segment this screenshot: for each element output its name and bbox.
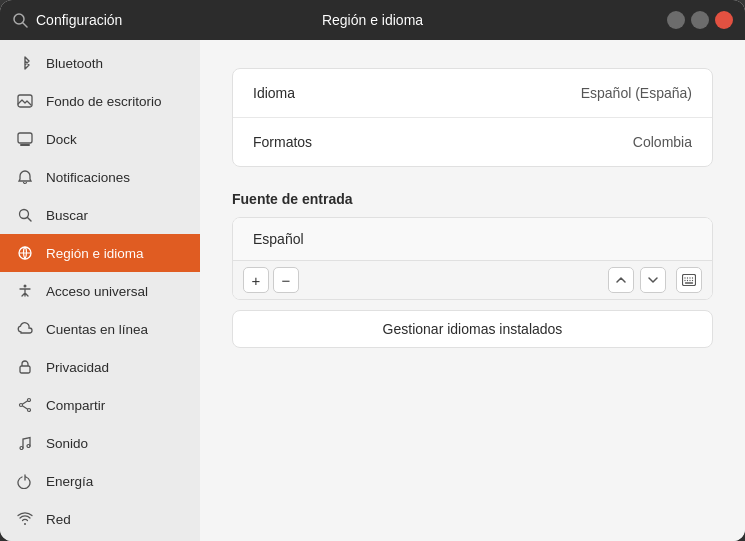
svg-rect-3: [18, 133, 32, 143]
power-icon: [16, 472, 34, 490]
svg-point-15: [20, 447, 23, 450]
move-up-button[interactable]: [608, 267, 634, 293]
dock-icon: [16, 130, 34, 148]
language-label: Idioma: [253, 85, 295, 101]
sidebar: Bluetooth Fondo de escritorio: [0, 40, 200, 541]
svg-line-6: [28, 218, 32, 222]
svg-point-12: [20, 404, 23, 407]
window: Configuración Región e idioma − □ ✕ Blue…: [0, 0, 745, 541]
sidebar-label-search: Buscar: [46, 208, 184, 223]
titlebar: Configuración Región e idioma − □ ✕: [0, 0, 745, 40]
search-sidebar-icon: [16, 206, 34, 224]
sidebar-item-privacy[interactable]: Privacidad: [0, 348, 200, 386]
globe-icon: [16, 244, 34, 262]
main-panel: Idioma Español (España) Formatos Colombi…: [200, 40, 745, 541]
cloud-icon: [16, 320, 34, 338]
sidebar-item-notifications[interactable]: Notificaciones: [0, 158, 200, 196]
add-input-source-button[interactable]: +: [243, 267, 269, 293]
sidebar-item-dock[interactable]: Dock: [0, 120, 200, 158]
sidebar-label-accessibility: Acceso universal: [46, 284, 184, 299]
accessibility-icon: [16, 282, 34, 300]
sidebar-label-online: Cuentas en línea: [46, 322, 184, 337]
sidebar-label-bluetooth: Bluetooth: [46, 56, 184, 71]
music-icon: [16, 434, 34, 452]
svg-rect-2: [18, 95, 32, 107]
sidebar-label-sound: Sonido: [46, 436, 184, 451]
bell-icon: [16, 168, 34, 186]
titlebar-section-title: Región e idioma: [322, 12, 423, 28]
language-value: Español (España): [581, 85, 692, 101]
titlebar-left: Configuración: [12, 12, 122, 28]
language-formats-card: Idioma Español (España) Formatos Colombi…: [232, 68, 713, 167]
sidebar-label-wallpaper: Fondo de escritorio: [46, 94, 184, 109]
titlebar-app-title: Configuración: [36, 12, 122, 28]
sidebar-label-network: Red: [46, 512, 184, 527]
svg-rect-26: [683, 275, 696, 286]
svg-line-14: [22, 406, 27, 409]
sidebar-label-power: Energía: [46, 474, 184, 489]
svg-line-1: [23, 23, 27, 27]
input-source-toolbar: + −: [233, 260, 712, 299]
input-section-title: Fuente de entrada: [232, 191, 713, 207]
minimize-button[interactable]: −: [667, 11, 685, 29]
chevron-up-icon: [615, 274, 627, 286]
wallpaper-icon: [16, 92, 34, 110]
content: Bluetooth Fondo de escritorio: [0, 40, 745, 541]
sidebar-label-sharing: Compartir: [46, 398, 184, 413]
svg-point-16: [27, 445, 30, 448]
sidebar-item-region[interactable]: Región e idioma: [0, 234, 200, 272]
formats-value: Colombia: [633, 134, 692, 150]
maximize-button[interactable]: □: [691, 11, 709, 29]
move-down-button[interactable]: [640, 267, 666, 293]
language-row[interactable]: Idioma Español (España): [233, 69, 712, 118]
chevron-down-icon: [647, 274, 659, 286]
sidebar-item-bluetooth[interactable]: Bluetooth: [0, 44, 200, 82]
sidebar-item-search[interactable]: Buscar: [0, 196, 200, 234]
sidebar-item-network[interactable]: Red: [0, 500, 200, 538]
svg-point-8: [24, 285, 27, 288]
sidebar-item-sound[interactable]: Sonido: [0, 424, 200, 462]
formats-row[interactable]: Formatos Colombia: [233, 118, 712, 166]
network-icon: [16, 510, 34, 528]
sidebar-label-dock: Dock: [46, 132, 184, 147]
keyboard-icon: [682, 274, 696, 286]
svg-line-13: [22, 401, 27, 404]
keyboard-settings-button[interactable]: [676, 267, 702, 293]
bluetooth-icon: [16, 54, 34, 72]
close-button[interactable]: ✕: [715, 11, 733, 29]
svg-rect-4: [20, 144, 30, 146]
search-icon[interactable]: [12, 12, 28, 28]
titlebar-controls: − □ ✕: [667, 11, 733, 29]
share-icon: [16, 396, 34, 414]
svg-point-10: [28, 399, 31, 402]
sidebar-label-notifications: Notificaciones: [46, 170, 184, 185]
sidebar-label-region: Región e idioma: [46, 246, 184, 261]
manage-languages-button[interactable]: Gestionar idiomas instalados: [232, 310, 713, 348]
sidebar-item-sharing[interactable]: Compartir: [0, 386, 200, 424]
sidebar-item-online[interactable]: Cuentas en línea: [0, 310, 200, 348]
svg-rect-9: [20, 366, 30, 373]
input-source-espanol: Español: [233, 218, 712, 260]
remove-input-source-button[interactable]: −: [273, 267, 299, 293]
input-source-card: Español + −: [232, 217, 713, 300]
sidebar-item-power[interactable]: Energía: [0, 462, 200, 500]
sidebar-label-privacy: Privacidad: [46, 360, 184, 375]
sidebar-item-wallpaper[interactable]: Fondo de escritorio: [0, 82, 200, 120]
lock-icon: [16, 358, 34, 376]
sidebar-item-accessibility[interactable]: Acceso universal: [0, 272, 200, 310]
svg-point-11: [28, 409, 31, 412]
formats-label: Formatos: [253, 134, 312, 150]
